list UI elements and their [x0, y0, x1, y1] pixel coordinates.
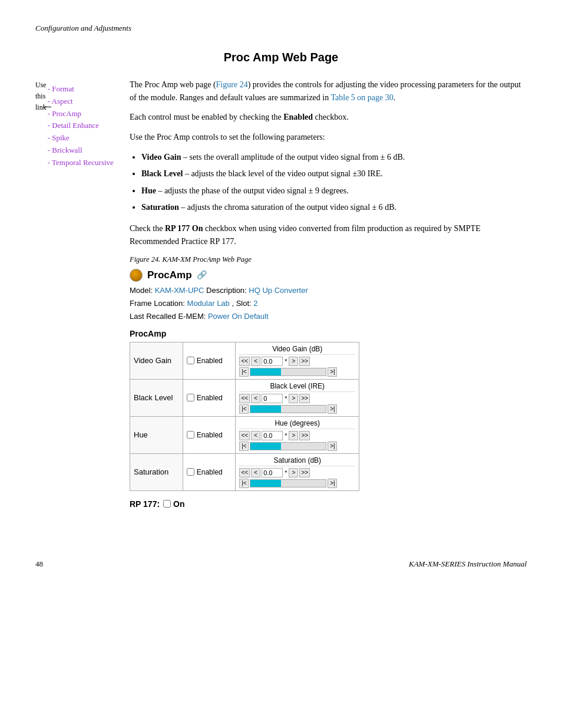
control-label-video-gain: Video Gain (dB)	[239, 345, 355, 355]
page-title: Proc Amp Web Page	[35, 51, 527, 64]
table5-link[interactable]: Table 5 on page 30	[330, 93, 393, 102]
btn-next-saturation[interactable]: >	[289, 468, 298, 477]
header-text: Configuration and Adjustments	[35, 24, 131, 32]
bullet-list: Video Gain – sets the overall amplitude …	[141, 151, 527, 215]
procamp-widget: ProcAmp 🔗 Model: KAM-XM-UPC Description:…	[130, 269, 527, 509]
description-link[interactable]: HQ Up Converter	[249, 286, 308, 295]
procamp-link-icon[interactable]: 🔗	[197, 270, 207, 280]
btn-rewind-saturation[interactable]: <<	[239, 468, 250, 477]
enabled-checkbox-saturation[interactable]: Enabled	[187, 468, 232, 476]
emem-line: Last Recalled E-MEM: Power On Default	[130, 310, 527, 323]
enabled-checkbox-hue[interactable]: Enabled	[187, 431, 232, 439]
btn-start-hue[interactable]: |<	[239, 442, 249, 451]
checkbox-saturation[interactable]	[187, 468, 194, 476]
btn-next-video-gain[interactable]: >	[289, 357, 298, 366]
btn-next-hue[interactable]: >	[289, 431, 298, 440]
param-saturation: Saturation	[130, 453, 183, 490]
slider-track-saturation[interactable]	[250, 479, 326, 487]
table-row-saturation: Saturation Enabled Saturation (dB)	[130, 453, 359, 490]
slider-fill-black-level	[250, 406, 280, 413]
btn-end-video-gain[interactable]: >|	[328, 367, 337, 377]
nav-link-brickwall[interactable]: - Brickwall	[48, 144, 114, 157]
enabled-cell-hue: Enabled	[183, 416, 236, 453]
star-video-gain: *	[285, 358, 287, 365]
control-cell-saturation: Saturation (dB) << < * > >>	[236, 453, 359, 490]
page-header: Configuration and Adjustments	[35, 24, 527, 33]
input-saturation[interactable]	[262, 468, 283, 477]
btn-start-video-gain[interactable]: |<	[239, 367, 249, 377]
nav-link-temporal-recursive[interactable]: - Temporal Recursive	[48, 157, 114, 169]
rp177-checkbox-label[interactable]: On	[163, 499, 184, 509]
btn-end-hue[interactable]: >|	[328, 442, 337, 451]
enabled-checkbox-video-gain[interactable]: Enabled	[187, 357, 232, 365]
btn-forward-hue[interactable]: >>	[299, 431, 310, 440]
slider-row-hue: |< >|	[239, 442, 355, 451]
btn-prev-hue[interactable]: <	[251, 431, 260, 440]
btn-start-saturation[interactable]: |<	[239, 479, 249, 488]
input-hue[interactable]	[262, 431, 283, 440]
btn-forward-video-gain[interactable]: >>	[299, 357, 310, 366]
figure-caption: Figure 24. KAM-XM ProcAmp Web Page	[130, 255, 527, 264]
star-hue: *	[285, 432, 287, 439]
btn-prev-black-level[interactable]: <	[251, 394, 260, 403]
enabled-cell-black-level: Enabled	[183, 379, 236, 416]
table-row-black-level: Black Level Enabled Black Level (IRE)	[130, 379, 359, 416]
figure24-link[interactable]: Figure 24	[216, 80, 248, 89]
main-content: The Proc Amp web page (Figure 24) provid…	[124, 78, 527, 518]
btn-next-black-level[interactable]: >	[289, 394, 298, 403]
input-video-gain[interactable]	[262, 357, 283, 366]
checkbox-black-level[interactable]	[187, 394, 194, 401]
control-label-saturation: Saturation (dB)	[239, 456, 355, 466]
slider-track-video-gain[interactable]	[250, 368, 326, 376]
procamp-section-title: ProcAmp	[130, 329, 527, 338]
btn-end-saturation[interactable]: >|	[328, 479, 337, 488]
checkbox-hue[interactable]	[187, 431, 194, 439]
emem-link[interactable]: Power On Default	[208, 312, 269, 321]
slot-link[interactable]: 2	[253, 299, 257, 308]
footer-manual-title: KAM-XM-SERIES Instruction Manual	[409, 559, 527, 569]
model-link[interactable]: KAM-XM-UPC	[155, 286, 204, 295]
enabled-checkbox-black-level[interactable]: Enabled	[187, 394, 232, 402]
paragraph-3: Use the Proc Amp controls to set the fol…	[130, 131, 527, 144]
procamp-title: ProcAmp	[147, 269, 192, 281]
param-hue: Hue	[130, 416, 183, 453]
slider-track-black-level[interactable]	[250, 405, 326, 413]
btn-rewind-hue[interactable]: <<	[239, 431, 250, 440]
btn-prev-video-gain[interactable]: <	[251, 357, 260, 366]
nav-link-format[interactable]: - Format	[48, 83, 114, 95]
control-row-top-hue: << < * > >>	[239, 431, 355, 440]
btn-prev-saturation[interactable]: <	[251, 468, 260, 477]
control-row-top-saturation: << < * > >>	[239, 468, 355, 477]
control-cell-black-level: Black Level (IRE) << < * > >>	[236, 379, 359, 416]
bullet-black-level: Black Level – adjusts the black level of…	[141, 167, 527, 180]
procamp-table: Video Gain Enabled Video Gain (dB)	[130, 342, 359, 491]
nav-link-detail-enhance[interactable]: - Detail Enhance	[48, 120, 114, 132]
rp177-row: RP 177: On	[130, 499, 527, 509]
nav-link-procamp[interactable]: - ProcAmp	[48, 108, 114, 120]
btn-start-black-level[interactable]: |<	[239, 404, 249, 414]
input-black-level[interactable]	[262, 394, 283, 403]
procamp-icon	[130, 269, 143, 282]
nav-link-aspect[interactable]: - Aspect	[48, 95, 114, 108]
control-cell-video-gain: Video Gain (dB) << < * > >>	[236, 342, 359, 379]
btn-rewind-black-level[interactable]: <<	[239, 394, 250, 403]
btn-rewind-video-gain[interactable]: <<	[239, 357, 250, 366]
checkbox-video-gain[interactable]	[187, 357, 194, 364]
frame-link[interactable]: Modular Lab	[187, 299, 230, 308]
btn-forward-black-level[interactable]: >>	[299, 394, 310, 403]
table-row-video-gain: Video Gain Enabled Video Gain (dB)	[130, 342, 359, 379]
frame-line: Frame Location: Modular Lab , Slot: 2	[130, 297, 527, 310]
use-this-label: Usethislink	[35, 80, 47, 114]
enabled-bold: Enabled	[283, 113, 313, 121]
slider-fill-video-gain	[250, 368, 280, 375]
rp177-checkbox[interactable]	[163, 500, 171, 508]
procamp-meta: Model: KAM-XM-UPC Description: HQ Up Con…	[130, 284, 527, 323]
control-cell-hue: Hue (degrees) << < * > >> |	[236, 416, 359, 453]
nav-link-spike[interactable]: - Spike	[48, 132, 114, 144]
control-row-top-video-gain: << < * > >>	[239, 357, 355, 366]
nav-links: - Format - Aspect - ProcAmp - Detail Enh…	[48, 83, 114, 169]
slider-track-hue[interactable]	[250, 442, 326, 450]
btn-end-black-level[interactable]: >|	[328, 404, 337, 414]
btn-forward-saturation[interactable]: >>	[299, 468, 310, 477]
control-label-black-level: Black Level (IRE)	[239, 382, 355, 392]
